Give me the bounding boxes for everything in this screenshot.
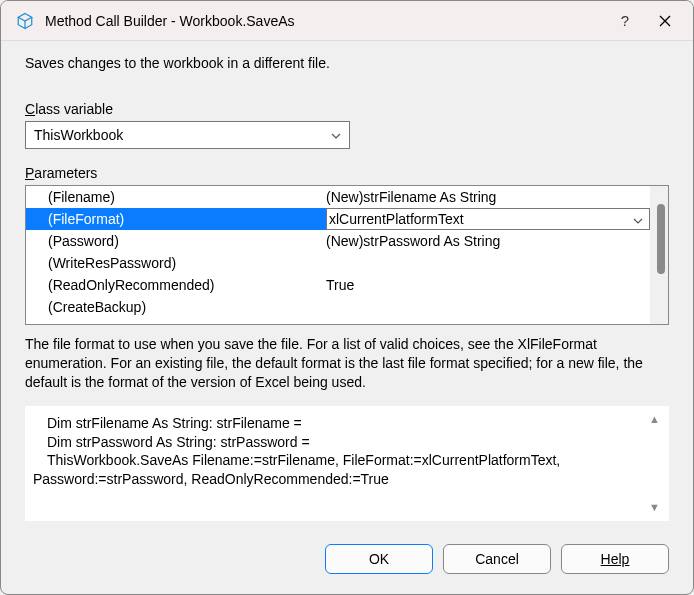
dialog-body: Saves changes to the workbook in a diffe… bbox=[1, 41, 693, 594]
class-variable-value: ThisWorkbook bbox=[34, 127, 123, 143]
param-name: (ReadOnlyRecommended) bbox=[26, 277, 326, 293]
parameter-help-text: The file format to use when you save the… bbox=[25, 335, 669, 392]
code-line: Dim strFilename As String: strFilename = bbox=[33, 414, 647, 433]
param-row[interactable]: (Password) (New)strPassword As String bbox=[26, 230, 650, 252]
dialog-window: Method Call Builder - Workbook.SaveAs ? … bbox=[0, 0, 694, 595]
help-button-label: Help bbox=[601, 551, 630, 567]
code-line: ThisWorkbook.SaveAs Filename:=strFilenam… bbox=[33, 451, 647, 470]
chevron-down-icon[interactable] bbox=[633, 211, 643, 227]
scrollbar-thumb[interactable] bbox=[657, 204, 665, 274]
param-row[interactable]: (ReadOnlyRecommended) True bbox=[26, 274, 650, 296]
parameters-listbox[interactable]: (Filename) (New)strFilename As String (F… bbox=[25, 185, 669, 325]
code-preview: Dim strFilename As String: strFilename =… bbox=[25, 406, 669, 521]
param-value-editor[interactable]: xlCurrentPlatformText bbox=[326, 208, 650, 230]
code-scroll[interactable]: ▲ ▼ bbox=[649, 412, 665, 515]
dialog-title: Method Call Builder - Workbook.SaveAs bbox=[45, 13, 605, 29]
method-description: Saves changes to the workbook in a diffe… bbox=[25, 55, 669, 71]
parameters-scrollbar[interactable] bbox=[650, 186, 668, 324]
cancel-button[interactable]: Cancel bbox=[443, 544, 551, 574]
param-name: (Filename) bbox=[26, 189, 326, 205]
cube-icon bbox=[15, 11, 35, 31]
param-name: (Password) bbox=[26, 233, 326, 249]
param-value: (New)strPassword As String bbox=[326, 233, 500, 249]
param-row[interactable]: (Filename) (New)strFilename As String bbox=[26, 186, 650, 208]
param-name: (CreateBackup) bbox=[26, 299, 326, 315]
param-value: xlCurrentPlatformText bbox=[329, 211, 464, 227]
arrow-down-icon[interactable]: ▼ bbox=[649, 500, 665, 515]
titlebar: Method Call Builder - Workbook.SaveAs ? bbox=[1, 1, 693, 41]
chevron-down-icon bbox=[331, 129, 341, 141]
param-row[interactable]: (CreateBackup) bbox=[26, 296, 650, 318]
class-variable-combo[interactable]: ThisWorkbook bbox=[25, 121, 350, 149]
param-row[interactable]: (WriteResPassword) bbox=[26, 252, 650, 274]
ok-button[interactable]: OK bbox=[325, 544, 433, 574]
close-button[interactable] bbox=[645, 3, 685, 39]
param-value: (New)strFilename As String bbox=[326, 189, 496, 205]
param-row[interactable]: (FileFormat) xlCurrentPlatformText bbox=[26, 208, 650, 230]
help-button[interactable]: ? bbox=[605, 3, 645, 39]
parameters-label: Parameters bbox=[25, 165, 669, 181]
param-value: True bbox=[326, 277, 354, 293]
code-line: Dim strPassword As String: strPassword = bbox=[33, 433, 647, 452]
param-name: (FileFormat) bbox=[26, 211, 326, 227]
help-button[interactable]: Help bbox=[561, 544, 669, 574]
parameters-list: (Filename) (New)strFilename As String (F… bbox=[26, 186, 650, 324]
code-line: Password:=strPassword, ReadOnlyRecommend… bbox=[33, 471, 389, 487]
param-name: (WriteResPassword) bbox=[26, 255, 326, 271]
button-row: OK Cancel Help bbox=[25, 544, 669, 574]
arrow-up-icon[interactable]: ▲ bbox=[649, 412, 665, 427]
class-variable-label: Class variable bbox=[25, 101, 669, 117]
